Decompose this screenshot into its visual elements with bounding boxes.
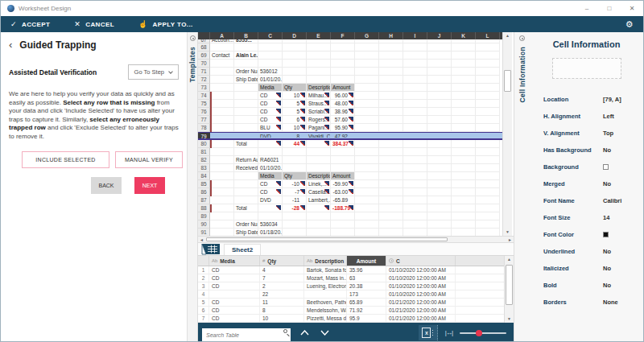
grid-cell-D75[interactable]: 5: [283, 100, 307, 108]
grid-row-79[interactable]: 79DVD8Vivaldi, C...47.92: [198, 132, 502, 140]
grid-row-82[interactable]: 82Return Au...RA6021: [198, 156, 502, 164]
grid-cell-K83[interactable]: [452, 164, 476, 172]
apply-to-button[interactable]: ☝ APPLY TO...: [138, 20, 193, 28]
templates-expand-icon[interactable]: [190, 35, 196, 41]
grid-cell-I73[interactable]: [403, 84, 427, 92]
grid-cell-H84[interactable]: [379, 172, 403, 180]
grid-cell-K86[interactable]: [452, 188, 476, 196]
grid-row-73[interactable]: 73MediaQtyDescriptionAmount: [198, 84, 502, 92]
grid-cell-B70[interactable]: [234, 60, 258, 68]
grid-cell-F90[interactable]: [331, 220, 355, 229]
grid-cell-L91[interactable]: [476, 229, 500, 236]
grid-cell-D85[interactable]: -10: [283, 180, 307, 188]
grid-cell-D91[interactable]: [283, 229, 307, 236]
row-number[interactable]: 68: [198, 43, 210, 52]
column-header-J[interactable]: J: [427, 32, 452, 39]
grid-cell-L71[interactable]: [476, 68, 500, 76]
grid-cell-D72[interactable]: [283, 76, 307, 84]
grid-row-75[interactable]: 75CD5Straus...48.00: [198, 100, 502, 108]
grid-cell-L87[interactable]: [476, 196, 500, 204]
scroll-right-icon[interactable]: ►: [506, 237, 514, 242]
grid-cell-I80[interactable]: [403, 140, 427, 148]
grid-horizontal-scrollbar[interactable]: ◄ ►: [198, 236, 514, 243]
close-button[interactable]: ✕: [627, 1, 637, 16]
table-row[interactable]: 6CD8Mendelssohn, Wa...71.9201/21/2020 12…: [198, 307, 504, 315]
grid-cell-H70[interactable]: [379, 60, 403, 68]
grid-cell-D82[interactable]: [283, 156, 307, 164]
grid-cell-E69[interactable]: [307, 52, 331, 60]
grid-cell-I85[interactable]: [403, 180, 427, 188]
grid-row-89[interactable]: 89: [198, 212, 502, 220]
grid-cell-K87[interactable]: [452, 196, 476, 204]
grid-cell-A82[interactable]: [210, 156, 234, 164]
table-vertical-scrollbar[interactable]: ▲ ▼: [504, 256, 514, 323]
grid-cell-A71[interactable]: [210, 68, 234, 76]
row-number[interactable]: 87: [198, 196, 210, 204]
grid-cell-G89[interactable]: [355, 212, 379, 220]
table-row[interactable]: 1CD4Bartok, Sonata fo...35.9601/10/2020 …: [198, 266, 504, 274]
grid-cell-F86[interactable]: -63.00: [331, 188, 355, 196]
grid-cell-G91[interactable]: [355, 229, 379, 236]
grid-cell-G87[interactable]: [355, 196, 379, 204]
grid-cell-D73[interactable]: Qty: [283, 84, 307, 92]
fit-columns-icon[interactable]: |↔|: [445, 329, 452, 336]
grid-cell-G73[interactable]: [355, 84, 379, 92]
grid-cell-E76[interactable]: Scriabi...: [307, 108, 331, 116]
search-next-button[interactable]: [318, 327, 331, 340]
grid-cell-G80[interactable]: [355, 140, 379, 148]
grid-cell-E87[interactable]: Lambert,...: [307, 196, 331, 204]
row-number[interactable]: 83: [198, 164, 210, 172]
grid-cell-J74[interactable]: [427, 92, 452, 100]
grid-cell-G77[interactable]: [355, 116, 379, 124]
grid-cell-K75[interactable]: [452, 100, 476, 108]
grid-cell-I72[interactable]: [403, 76, 427, 84]
grid-cell-J80[interactable]: [427, 140, 452, 148]
grid-cell-A78[interactable]: [210, 124, 234, 132]
grid-cell-H90[interactable]: [379, 220, 403, 229]
grid-cell-H91[interactable]: [379, 229, 403, 236]
grid-cell-F83[interactable]: [331, 164, 355, 172]
column-header-K[interactable]: K: [452, 32, 476, 39]
grid-cell-K81[interactable]: [452, 148, 476, 156]
grid-cell-I82[interactable]: [403, 156, 427, 164]
scroll-left-icon[interactable]: ◄: [198, 237, 205, 242]
grid-cell-D79[interactable]: 8: [283, 133, 307, 138]
grid-cell-B80[interactable]: Total: [234, 140, 258, 148]
grid-cell-H81[interactable]: [379, 148, 403, 156]
grid-row-86[interactable]: 86CD-7Casella...-63.00: [198, 188, 502, 196]
grid-cell-C90[interactable]: 536034: [258, 220, 283, 229]
column-header-D[interactable]: D: [283, 32, 307, 39]
grid-cell-B78[interactable]: [234, 124, 258, 132]
grid-cell-C85[interactable]: CD: [258, 180, 283, 188]
grid-cell-J81[interactable]: [427, 148, 452, 156]
grid-cell-C72[interactable]: 01/01/20...: [258, 76, 283, 84]
grid-cell-E91[interactable]: [307, 229, 331, 236]
grid-cell-G85[interactable]: [355, 180, 379, 188]
grid-cell-E80[interactable]: [307, 140, 331, 148]
grid-cell-J90[interactable]: [427, 220, 452, 229]
grid-row-68[interactable]: 68: [198, 43, 502, 52]
grid-cell-A68[interactable]: [210, 43, 234, 52]
grid-cell-K72[interactable]: [452, 76, 476, 84]
grid-cell-E78[interactable]: Pagani...: [307, 124, 331, 132]
grid-cell-L79[interactable]: [476, 133, 500, 138]
back-chevron-icon[interactable]: ‹: [9, 41, 12, 49]
grid-cell-H82[interactable]: [379, 156, 403, 164]
grid-row-76[interactable]: 76CD5Scriabi...38.96: [198, 108, 502, 116]
export-excel-button[interactable]: x: [419, 325, 438, 340]
grid-cell-F91[interactable]: [331, 229, 355, 236]
grid-cell-D87[interactable]: -11: [283, 196, 307, 204]
grid-cell-B75[interactable]: [234, 100, 258, 108]
grid-cell-K90[interactable]: [452, 220, 476, 229]
grid-cell-K78[interactable]: [452, 124, 476, 132]
grid-cell-G84[interactable]: [355, 172, 379, 180]
grid-cell-C81[interactable]: [258, 148, 283, 156]
maximize-button[interactable]: □: [605, 1, 614, 16]
grid-cell-B69[interactable]: Alain Le...: [234, 52, 258, 60]
grid-cell-K71[interactable]: [452, 68, 476, 76]
grid-cell-K68[interactable]: [452, 43, 476, 52]
grid-cell-B83[interactable]: Received: [234, 164, 258, 172]
grid-cell-K76[interactable]: [452, 108, 476, 116]
grid-cell-D68[interactable]: [283, 43, 307, 52]
grid-cell-K69[interactable]: [452, 52, 476, 60]
